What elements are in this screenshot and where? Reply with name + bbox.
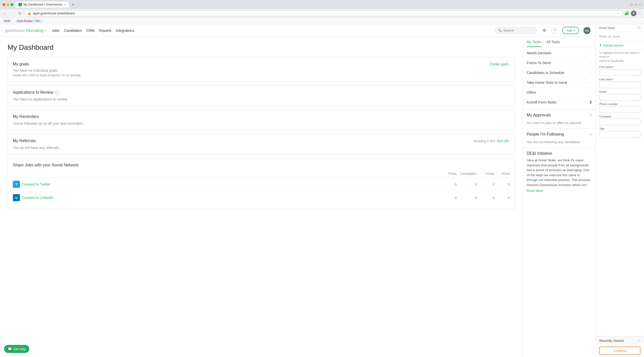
tab-my-tasks[interactable]: My Tasks: [527, 40, 541, 47]
browser-chrome: My Dashboard | Greenhouse ✕ + ← → ↻ 🔒 ap…: [0, 0, 644, 24]
form-field-firstname: First name *: [596, 64, 644, 77]
settings-button[interactable]: ⚙: [542, 27, 547, 34]
nav-crm[interactable]: CRM: [85, 27, 96, 34]
dot-green[interactable]: [11, 3, 13, 6]
task-candidates-schedule[interactable]: Candidates to Schedule -: [527, 68, 592, 78]
brand-text-green: Recruiting: [26, 28, 43, 33]
col-hired: Hired: [494, 172, 510, 175]
search-bar[interactable]: 🔍: [495, 27, 537, 34]
title-label: Title: [599, 127, 640, 130]
right-panel-help-icon[interactable]: ?: [636, 26, 641, 30]
lock-icon: 🔒: [27, 12, 31, 15]
get-help-button[interactable]: 💬 Get help: [4, 345, 29, 353]
tab-close-icon[interactable]: ✕: [64, 3, 66, 6]
help-button[interactable]: ?: [552, 28, 558, 34]
social-row-linkedin: in Connect to LinkedIn 0 0 0 0: [13, 191, 510, 204]
refresh-button[interactable]: ↻: [17, 11, 23, 16]
nav-jobs[interactable]: Jobs: [50, 27, 61, 34]
see-all-link[interactable]: See all ›: [497, 139, 510, 143]
search-icon: 🔍: [498, 29, 502, 32]
get-help-label: Get help: [13, 347, 26, 351]
dei-panel: DE&I Initiative Here at Great Skate, we …: [523, 148, 596, 196]
upload-resume-btn[interactable]: ⬆ Upload resume: [596, 42, 644, 49]
create-goal-arrow: ›: [508, 62, 510, 66]
upload-icon: ⬆: [599, 44, 602, 47]
add-button-label: Add: [566, 29, 572, 32]
top-nav: greenhouse Recruiting ▾ Jobs Candidates …: [0, 24, 596, 37]
back-button[interactable]: ←: [2, 11, 8, 16]
lastname-label: Last name *: [599, 78, 640, 81]
upload-label: Upload resume: [603, 44, 623, 47]
company-input[interactable]: [599, 119, 640, 125]
search-input[interactable]: [503, 29, 534, 32]
brand[interactable]: greenhouse Recruiting ▾: [5, 28, 46, 33]
linkedin-posts: 0: [439, 196, 457, 200]
ext-tag-dark[interactable]: Dark Reader · Chr...: [16, 19, 43, 23]
tasks-list: Needs Decision - Forms To Send - Candida…: [523, 47, 596, 108]
browser-tab[interactable]: My Dashboard | Greenhouse ✕: [15, 2, 69, 8]
task-offers[interactable]: Offers -: [527, 88, 592, 97]
task-forms-to-send[interactable]: Forms To Send -: [527, 58, 592, 68]
nav-integrations[interactable]: Integrations: [114, 27, 136, 34]
window-controls: [630, 3, 641, 6]
task-needs-decision[interactable]: Needs Decision -: [527, 48, 592, 58]
star-icon[interactable]: ☆: [617, 11, 620, 15]
task-offers-label: Offers: [527, 90, 536, 94]
dot-red[interactable]: [3, 3, 5, 6]
applications-info-icon[interactable]: i: [55, 90, 59, 94]
user-avatar-browser[interactable]: G: [631, 11, 636, 16]
linkedin-candidates: 0: [457, 196, 477, 200]
task-kickoff-forms[interactable]: Kickoff Form Tasks 3: [527, 97, 592, 107]
following-title-row[interactable]: People I'm Following ›: [523, 129, 596, 140]
address-text[interactable]: app4.greenhouse.io/dashboard: [33, 12, 615, 15]
form-field-title: Title: [596, 126, 644, 139]
nav-candidates[interactable]: Candidates: [62, 27, 83, 34]
chat-icon: 💬: [8, 347, 12, 351]
col-candidates: Candidates: [457, 172, 477, 175]
phone-input[interactable]: [599, 106, 640, 113]
recently-viewed-close-icon[interactable]: −: [638, 339, 640, 343]
email-input[interactable]: [599, 94, 640, 100]
twitter-active: 0: [477, 183, 494, 186]
goals-title: My goals: [13, 62, 29, 66]
continue-button[interactable]: Continue: [599, 347, 640, 355]
lastname-input[interactable]: [599, 82, 640, 88]
brand-text-light: greenhouse: [5, 28, 25, 33]
nav-reports[interactable]: Reports: [97, 27, 113, 34]
more-icon[interactable]: ⋮: [638, 11, 642, 16]
dot-yellow[interactable]: [7, 3, 9, 6]
twitter-icon: T: [13, 181, 20, 188]
user-avatar[interactable]: GS: [583, 27, 591, 34]
col-active: Active: [477, 172, 494, 175]
title-input[interactable]: [599, 131, 640, 138]
forward-button[interactable]: →: [10, 11, 16, 16]
extensions-icon[interactable]: 🧩: [624, 11, 629, 16]
firstname-input[interactable]: [599, 69, 640, 76]
add-tab-button[interactable]: +: [71, 2, 75, 7]
linkedin-hired: 0: [494, 196, 510, 200]
create-goal-link[interactable]: Create goal ›: [489, 62, 510, 66]
task-take-home-tests[interactable]: Take Home Tests to Send -: [527, 78, 592, 88]
tasks-sidebar: My Tasks All Tasks Needs Decision - Form…: [522, 37, 596, 357]
add-button[interactable]: Add ▾: [562, 27, 579, 34]
ext-tag-ghr[interactable]: GHR: [3, 19, 12, 23]
connect-twitter-link[interactable]: Connect to Twitter: [22, 182, 50, 186]
following-arrow-icon: ›: [590, 132, 592, 137]
task-tests-value: -: [590, 81, 592, 85]
address-bar[interactable]: 🔒 app4.greenhouse.io/dashboard ☆: [24, 10, 623, 16]
brand-dropdown-icon[interactable]: ▾: [44, 29, 46, 32]
referrals-title: My Referrals: [13, 139, 36, 143]
page-main: My Dashboard My goals Create goal › You …: [0, 37, 522, 357]
dei-read-more-link[interactable]: Read More: [527, 189, 543, 193]
ext-bar: GHR | Dark Reader · Chr...: [0, 18, 644, 24]
connect-linkedin-link[interactable]: Connect to LinkedIn: [22, 196, 53, 200]
goals-card: My goals Create goal › You have no indiv…: [8, 57, 515, 82]
tab-all-tasks[interactable]: All Tasks: [546, 40, 560, 47]
task-forms-value: -: [590, 61, 592, 65]
approvals-arrow-icon: ›: [590, 113, 592, 117]
twitter-hired: 0: [494, 183, 510, 186]
phone-label: Phone number: [599, 103, 640, 106]
approvals-title-row[interactable]: My Approvals ›: [523, 109, 596, 121]
email-label: Email: [599, 90, 640, 93]
social-card: Share Jobs with your Social Network Post…: [8, 158, 515, 209]
